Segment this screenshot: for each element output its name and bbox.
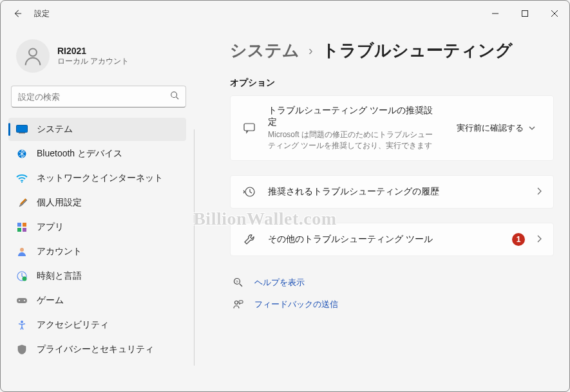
user-block[interactable]: RI2021 ローカル アカウント [8, 34, 194, 86]
nav-item-time-language[interactable]: 時刻と言語 [8, 265, 186, 288]
nav-label: アクセシビリティ [37, 319, 109, 331]
nav-label: ゲーム [37, 295, 64, 306]
search-input[interactable] [18, 92, 170, 102]
sidebar: RI2021 ローカル アカウント システム Bluetooth とデバイス ネ… [1, 26, 194, 391]
nav-label: 個人用設定 [37, 197, 82, 209]
nav-item-bluetooth[interactable]: Bluetooth とデバイス [8, 142, 186, 165]
svg-rect-13 [17, 228, 21, 232]
svg-rect-8 [19, 133, 25, 134]
gamepad-icon [16, 295, 28, 306]
nav-label: Bluetooth とデバイス [37, 148, 122, 160]
shield-icon [16, 344, 28, 355]
card-recommended-settings[interactable]: トラブルシューティング ツールの推奨設定 Microsoft は問題の修正のため… [230, 95, 554, 161]
help-icon: ? [233, 277, 244, 288]
svg-point-19 [19, 300, 20, 301]
person-icon [22, 45, 44, 67]
feedback-icon [233, 299, 244, 310]
brush-icon [16, 197, 28, 209]
history-icon [242, 185, 256, 199]
dropdown-label: 実行前に確認する [457, 122, 524, 134]
close-icon [551, 10, 558, 17]
notification-badge: 1 [512, 233, 525, 246]
card-title: その他のトラブルシューティング ツール [268, 234, 500, 245]
minimize-icon [492, 10, 499, 17]
account-icon [16, 246, 28, 257]
close-button[interactable] [540, 3, 569, 24]
system-icon [16, 124, 28, 135]
nav-label: アカウント [37, 246, 82, 257]
nav-label: システム [37, 124, 73, 135]
svg-rect-11 [17, 223, 21, 227]
svg-rect-1 [522, 11, 528, 17]
wifi-icon [16, 173, 28, 184]
svg-rect-12 [23, 223, 26, 227]
chevron-down-icon [529, 126, 535, 130]
chevron-right-icon [537, 186, 542, 198]
svg-rect-7 [17, 126, 28, 133]
card-history[interactable]: 推奨されるトラブルシューティングの履歴 [230, 175, 554, 209]
nav-item-privacy[interactable]: プライバシーとセキュリティ [8, 338, 186, 361]
svg-point-27 [235, 301, 238, 304]
svg-point-17 [23, 277, 27, 281]
arrow-left-icon [13, 9, 22, 18]
titlebar: 設定 [1, 1, 569, 26]
svg-rect-22 [244, 124, 254, 131]
link-text: ヘルプを表示 [254, 277, 305, 288]
svg-point-20 [24, 300, 25, 301]
window-title: 設定 [34, 8, 50, 19]
svg-point-10 [21, 182, 23, 183]
maximize-icon [522, 10, 528, 17]
nav-item-gaming[interactable]: ゲーム [8, 289, 186, 312]
svg-line-6 [176, 97, 179, 100]
svg-point-5 [171, 92, 177, 98]
chevron-right-icon: › [309, 43, 313, 58]
user-account-type: ローカル アカウント [57, 56, 129, 67]
nav-item-personalization[interactable]: 個人用設定 [8, 191, 186, 214]
card-title: 推奨されるトラブルシューティングの履歴 [268, 186, 525, 198]
nav-label: プライバシーとセキュリティ [37, 344, 154, 355]
accessibility-icon [16, 319, 28, 331]
link-text: フィードバックの送信 [254, 299, 338, 310]
back-button[interactable] [11, 7, 24, 20]
svg-rect-14 [23, 228, 26, 232]
svg-line-25 [240, 284, 242, 286]
section-label-options: オプション [230, 77, 554, 89]
nav-label: アプリ [37, 221, 64, 233]
nav-item-apps[interactable]: アプリ [8, 216, 186, 239]
card-subtitle: Microsoft は問題の修正のためにトラブルシューティング ツールを推奨して… [268, 129, 439, 151]
clock-globe-icon [16, 270, 28, 282]
breadcrumb-parent[interactable]: システム [230, 39, 299, 62]
main-content: システム › トラブルシューティング オプション トラブルシューティング ツール… [194, 26, 569, 391]
chat-icon [242, 121, 256, 135]
svg-rect-18 [17, 298, 27, 303]
nav-item-system[interactable]: システム [8, 118, 186, 141]
chevron-right-icon [537, 234, 542, 245]
svg-text:?: ? [236, 279, 238, 283]
nav-item-accounts[interactable]: アカウント [8, 240, 186, 263]
link-help[interactable]: ? ヘルプを表示 [230, 272, 554, 294]
svg-rect-28 [239, 301, 243, 303]
link-feedback[interactable]: フィードバックの送信 [230, 294, 554, 315]
minimize-button[interactable] [480, 3, 510, 24]
wrench-icon [242, 232, 256, 247]
nav-item-network[interactable]: ネットワークとインターネット [8, 167, 186, 190]
svg-point-21 [21, 321, 23, 323]
nav-label: 時刻と言語 [37, 270, 82, 282]
user-name: RI2021 [57, 46, 129, 56]
breadcrumb: システム › トラブルシューティング [230, 39, 554, 62]
nav-item-accessibility[interactable]: アクセシビリティ [8, 313, 186, 337]
card-title: トラブルシューティング ツールの推奨設定 [268, 105, 439, 128]
search-box[interactable] [11, 86, 186, 107]
breadcrumb-current: トラブルシューティング [322, 39, 513, 62]
apps-icon [16, 221, 28, 233]
svg-point-4 [29, 48, 37, 56]
avatar [16, 39, 50, 73]
nav-label: ネットワークとインターネット [37, 173, 163, 184]
bluetooth-icon [16, 148, 28, 160]
card-other-tools[interactable]: その他のトラブルシューティング ツール 1 [230, 223, 554, 256]
dropdown-run-mode[interactable]: 実行前に確認する [450, 118, 542, 138]
divider [194, 129, 195, 366]
maximize-button[interactable] [510, 3, 540, 24]
nav-list: システム Bluetooth とデバイス ネットワークとインターネット 個人用設… [8, 118, 194, 361]
svg-point-15 [20, 248, 24, 252]
